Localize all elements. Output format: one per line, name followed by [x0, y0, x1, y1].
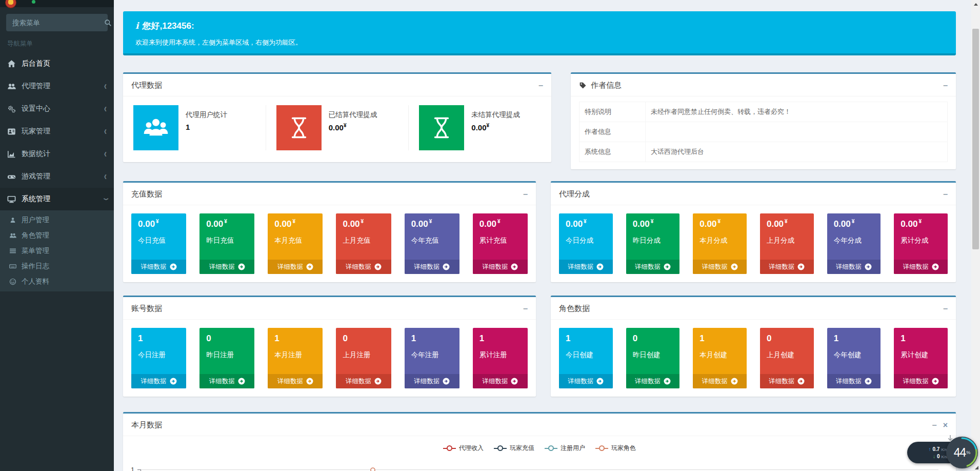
- sidebar-item-agents[interactable]: 代理管理 ‹: [0, 75, 114, 97]
- sidebar-item-settings[interactable]: 设置中心 ‹: [0, 97, 114, 120]
- list-icon: [9, 247, 16, 254]
- sidebar-item-system[interactable]: 系统管理 ‹: [0, 188, 114, 210]
- detail-link[interactable]: 详细数据: [626, 374, 680, 388]
- detail-link[interactable]: 详细数据: [894, 260, 948, 274]
- detail-link[interactable]: 详细数据: [693, 374, 747, 388]
- detail-link[interactable]: 详细数据: [199, 374, 254, 388]
- percent-badge[interactable]: 44 %: [946, 437, 978, 468]
- arrow-circle-right-icon: [932, 263, 939, 270]
- sidebar-item-menu-mgmt[interactable]: 菜单管理: [0, 243, 114, 259]
- detail-link[interactable]: 详细数据: [827, 374, 881, 388]
- sidebar-item-statistics[interactable]: 数据统计 ‹: [0, 143, 114, 165]
- detail-link[interactable]: 详细数据: [693, 260, 747, 274]
- stat-tile: 1 今日创建 详细数据: [559, 328, 613, 388]
- row-value: 大话西游代理后台: [646, 142, 948, 162]
- arrow-circle-right-icon: [443, 378, 450, 385]
- stat-value: 0.00¥: [329, 123, 377, 132]
- sidebar-item-user-mgmt[interactable]: 用户管理: [0, 212, 114, 228]
- detail-link[interactable]: 详细数据: [626, 260, 680, 274]
- sidebar-item-games[interactable]: 游戏管理 ‹: [0, 165, 114, 188]
- detail-link[interactable]: 详细数据: [336, 374, 391, 388]
- stat-tile: 0.00¥ 今日分成 详细数据: [559, 213, 613, 274]
- detail-link[interactable]: 详细数据: [268, 260, 323, 274]
- page-scrollbar[interactable]: [971, 0, 980, 471]
- search-icon[interactable]: [104, 19, 112, 27]
- detail-link[interactable]: 详细数据: [336, 260, 391, 274]
- tile-value: 0: [633, 333, 673, 344]
- app-logo-icon: [5, 0, 16, 8]
- stat-tile: 1 累计注册 详细数据: [473, 328, 528, 388]
- close-button[interactable]: ×: [943, 421, 948, 429]
- group-icon: [133, 105, 178, 150]
- hourglass-icon: [276, 105, 322, 150]
- tile-value: 0.00¥: [206, 219, 248, 229]
- legend-item[interactable]: 玩家充值: [494, 444, 534, 453]
- tile-label: 上月分成: [767, 236, 807, 245]
- sidebar-item-op-log[interactable]: 操作日志: [0, 259, 114, 274]
- legend-marker-icon: [595, 448, 608, 449]
- detail-link[interactable]: 详细数据: [131, 260, 186, 274]
- download-speed: ↓ 0 K/s: [907, 454, 948, 459]
- detail-link[interactable]: 详细数据: [473, 260, 528, 274]
- tile-label: 今日充值: [138, 236, 179, 245]
- legend-marker-icon: [494, 448, 507, 449]
- scrollbar-up-arrow[interactable]: [971, 0, 980, 8]
- panel-title: 充值数据: [131, 189, 517, 199]
- detail-link[interactable]: 详细数据: [559, 374, 613, 388]
- stat-tile: 0 昨日注册 详细数据: [199, 328, 254, 388]
- detail-link[interactable]: 详细数据: [405, 374, 459, 388]
- detail-link[interactable]: 详细数据: [199, 260, 254, 274]
- sidebar-item-label: 代理管理: [22, 82, 104, 91]
- stat-settled-commission: 已结算代理提成 0.00¥: [266, 105, 409, 150]
- stat-label: 代理用户统计: [186, 110, 227, 120]
- recharge-data-panel: 充值数据 − 0.00¥ 今日充值 详细数据 0.00: [123, 181, 536, 282]
- collapse-button[interactable]: −: [538, 82, 543, 90]
- detail-link[interactable]: 详细数据: [131, 374, 186, 388]
- search-input[interactable]: [11, 18, 104, 27]
- collapse-button[interactable]: −: [523, 305, 528, 313]
- detail-link[interactable]: 详细数据: [760, 374, 814, 388]
- detail-link[interactable]: 详细数据: [405, 260, 459, 274]
- chart-icon: [7, 150, 16, 159]
- detail-link[interactable]: 详细数据: [760, 260, 814, 274]
- tile-label: 累计创建: [901, 350, 941, 360]
- collapse-button[interactable]: −: [932, 421, 936, 429]
- user-icon: [9, 217, 16, 224]
- logo-bar: [0, 0, 114, 7]
- sidebar-search[interactable]: [6, 14, 108, 31]
- arrow-circle-right-icon: [932, 378, 939, 385]
- collapse-button[interactable]: −: [943, 305, 948, 313]
- scrollbar-thumb[interactable]: [972, 29, 979, 249]
- collapse-button[interactable]: −: [943, 190, 948, 199]
- detail-link[interactable]: 详细数据: [268, 374, 323, 388]
- main-content: i您好,123456: 欢迎来到使用本系统，左侧为菜单区域，右侧为功能区。 代理…: [114, 0, 971, 471]
- sidebar-item-profile[interactable]: 个人资料: [0, 274, 114, 289]
- stat-tile: 1 本月注册 详细数据: [268, 328, 323, 388]
- detail-link[interactable]: 详细数据: [827, 260, 881, 274]
- sidebar-item-players[interactable]: 玩家管理 ‹: [0, 120, 114, 143]
- arrow-circle-right-icon: [865, 263, 872, 270]
- sidebar-item-home[interactable]: 后台首页: [0, 52, 114, 75]
- tile-label: 昨日分成: [633, 236, 673, 245]
- sidebar-item-label: 个人资料: [22, 277, 107, 286]
- row-label: 作者信息: [579, 122, 646, 142]
- collapse-button[interactable]: −: [523, 190, 528, 199]
- tile-grid: 0.00¥ 今日充值 详细数据 0.00¥ 昨日充值 详细数据: [123, 205, 536, 282]
- stat-tile: 1 今年注册 详细数据: [405, 328, 459, 388]
- stat-tile: 0 上月注册 详细数据: [336, 328, 391, 388]
- legend-item[interactable]: 玩家角色: [595, 444, 636, 453]
- sidebar-item-role-mgmt[interactable]: 角色管理: [0, 228, 114, 243]
- arrow-circle-right-icon: [238, 378, 245, 385]
- collapse-button[interactable]: −: [943, 82, 948, 90]
- detail-link[interactable]: 详细数据: [473, 374, 528, 388]
- legend-marker-icon: [545, 448, 557, 449]
- sidebar-item-label: 菜单管理: [22, 246, 107, 256]
- legend-label: 注册用户: [561, 444, 585, 453]
- detail-link[interactable]: 详细数据: [894, 374, 948, 388]
- tile-label: 上月注册: [343, 350, 384, 360]
- legend-item[interactable]: 代理收入: [443, 444, 484, 453]
- detail-link[interactable]: 详细数据: [559, 260, 613, 274]
- legend-item[interactable]: 注册用户: [545, 444, 585, 453]
- tile-label: 今日注册: [138, 350, 179, 360]
- stat-label: 已结算代理提成: [329, 110, 377, 120]
